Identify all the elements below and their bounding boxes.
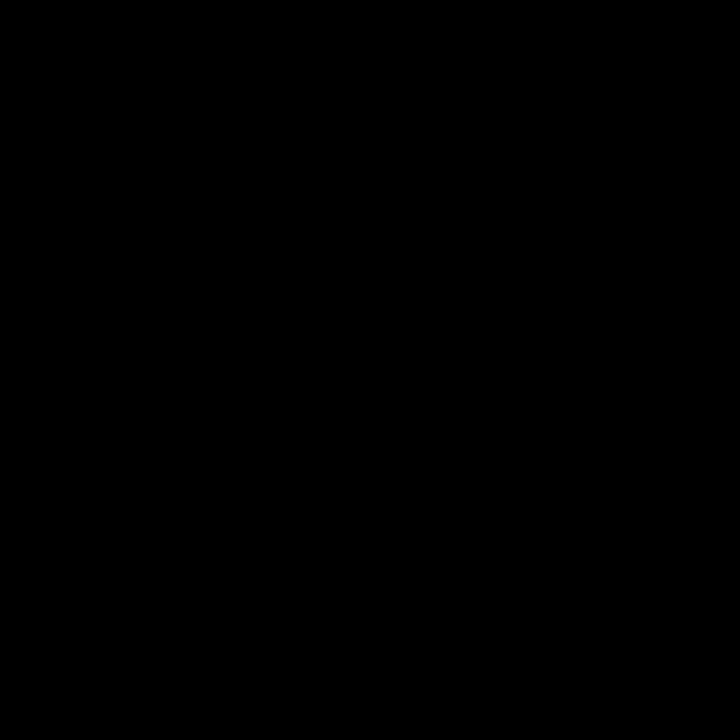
chart-container bbox=[0, 0, 728, 728]
bottleneck-chart bbox=[0, 0, 728, 728]
